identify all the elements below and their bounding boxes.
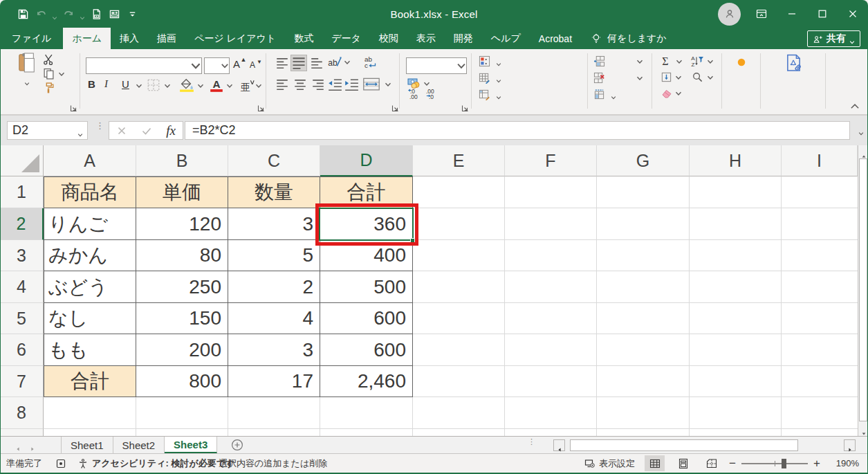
align-center-icon[interactable] bbox=[293, 78, 307, 91]
view-page-layout-button[interactable] bbox=[673, 455, 693, 471]
format-cells-button[interactable] bbox=[593, 89, 616, 100]
tab-file[interactable]: ファイル bbox=[0, 28, 63, 49]
macro-record-button[interactable] bbox=[55, 454, 66, 473]
dec-inc-icon[interactable]: .0.00 bbox=[407, 87, 422, 100]
wrap-icon[interactable]: abc bbox=[364, 55, 379, 69]
ribbon-tab-Acrobat[interactable]: Acrobat bbox=[530, 28, 581, 49]
display-settings-button[interactable]: 表示設定 bbox=[584, 454, 635, 473]
sigma-dropdown-icon[interactable] bbox=[676, 58, 683, 65]
bucket-icon[interactable] bbox=[179, 78, 194, 92]
bold-button[interactable]: B bbox=[88, 78, 95, 90]
column-header-F[interactable]: F bbox=[505, 145, 597, 176]
filldown-dropdown-icon[interactable] bbox=[675, 74, 682, 81]
dialog-launcher-icon[interactable] bbox=[391, 103, 400, 112]
italic-button[interactable]: I bbox=[104, 78, 108, 90]
scissors-icon[interactable] bbox=[43, 54, 55, 66]
worksheet-grid[interactable]: ABCDEFGHI12345678商品名単価数量合計りんご1203360みかん8… bbox=[0, 145, 858, 436]
cell-D4[interactable]: 500 bbox=[320, 271, 413, 303]
share-button[interactable]: 共有 bbox=[807, 30, 860, 47]
money-dropdown-icon[interactable] bbox=[423, 80, 430, 87]
zoom-out-button[interactable]: − bbox=[729, 457, 736, 471]
column-header-H[interactable]: H bbox=[690, 145, 782, 176]
ribbon-display-options-button[interactable] bbox=[746, 0, 777, 28]
ribbon-tab-数式[interactable]: 数式 bbox=[285, 28, 322, 49]
cell-C1[interactable]: 数量 bbox=[228, 176, 320, 208]
name-box[interactable]: D2 bbox=[7, 121, 88, 140]
ribbon-tab-データ[interactable]: データ bbox=[322, 28, 370, 49]
merge-icon[interactable] bbox=[362, 77, 380, 92]
increase-font-button[interactable]: A bbox=[233, 58, 240, 70]
vertical-scrollbar[interactable] bbox=[858, 145, 868, 436]
sheet-nav-left-icon[interactable] bbox=[15, 442, 21, 448]
indent-inc-icon[interactable] bbox=[344, 78, 359, 91]
insert-cells-button[interactable] bbox=[593, 55, 608, 67]
cell-C7[interactable]: 17 bbox=[228, 366, 320, 397]
cell-B2[interactable]: 120 bbox=[136, 208, 228, 240]
format-as-table-button[interactable] bbox=[479, 72, 501, 84]
conditional-formatting-button[interactable] bbox=[479, 55, 501, 67]
sheet-nav-right-icon[interactable] bbox=[30, 442, 35, 448]
zoom-in-button[interactable]: + bbox=[813, 457, 820, 471]
cancel-icon[interactable] bbox=[116, 125, 127, 136]
orient-icon[interactable]: ab bbox=[326, 55, 342, 69]
chevron-down-icon[interactable] bbox=[77, 128, 83, 134]
vertical-scroll-thumb[interactable] bbox=[859, 158, 867, 421]
row-header-5[interactable]: 5 bbox=[0, 303, 44, 334]
delete-cells-button[interactable] bbox=[593, 72, 608, 84]
view-page-break-button[interactable] bbox=[701, 455, 721, 471]
font-name-combo[interactable] bbox=[86, 57, 202, 74]
cell-C4[interactable]: 2 bbox=[228, 271, 320, 303]
enter-icon[interactable] bbox=[141, 125, 152, 136]
close-button[interactable] bbox=[838, 0, 868, 28]
cell-A2[interactable]: りんご bbox=[44, 208, 136, 240]
fontcolor-dropdown-icon[interactable] bbox=[226, 82, 233, 89]
eraser-dropdown-icon[interactable] bbox=[675, 90, 682, 97]
align-middle-button[interactable] bbox=[290, 55, 307, 71]
find-icon[interactable] bbox=[692, 71, 703, 83]
column-header-B[interactable]: B bbox=[136, 145, 228, 176]
scroll-right-button[interactable] bbox=[844, 439, 856, 451]
formula-bar-splitter[interactable]: ⋮ bbox=[95, 124, 104, 128]
ribbon-tab-ヘルプ[interactable]: ヘルプ bbox=[482, 28, 530, 49]
cell-D5[interactable]: 600 bbox=[320, 303, 413, 334]
cell-C6[interactable]: 3 bbox=[228, 334, 320, 366]
column-header-E[interactable]: E bbox=[413, 145, 505, 176]
align-top-icon[interactable] bbox=[275, 56, 289, 70]
ribbon-tab-挿入[interactable]: 挿入 bbox=[111, 28, 148, 49]
align-bottom-icon[interactable] bbox=[310, 56, 324, 70]
ribbon-tab-ページ レイアウト[interactable]: ページ レイアウト bbox=[185, 28, 285, 49]
scroll-left-button[interactable] bbox=[553, 439, 565, 451]
ruby-icon[interactable]: 亜 bbox=[240, 78, 255, 92]
number-format-combo[interactable] bbox=[406, 57, 467, 74]
borders-dropdown-icon[interactable] bbox=[164, 82, 171, 89]
ribbon-tab-表示[interactable]: 表示 bbox=[407, 28, 445, 49]
cell-B5[interactable]: 150 bbox=[136, 303, 228, 334]
row-header-4[interactable]: 4 bbox=[0, 271, 44, 303]
cell-A4[interactable]: ぶどう bbox=[44, 271, 136, 303]
cell-B3[interactable]: 80 bbox=[136, 240, 228, 271]
borders-icon[interactable] bbox=[147, 78, 160, 92]
cell-B7[interactable]: 800 bbox=[136, 366, 228, 397]
ruby-dropdown-icon[interactable] bbox=[255, 82, 262, 89]
new-sheet-button[interactable] bbox=[231, 439, 243, 454]
dec-dec-icon[interactable]: .00.0 bbox=[425, 87, 440, 100]
collapse-ribbon-icon[interactable] bbox=[849, 102, 860, 111]
dialog-launcher-icon[interactable] bbox=[257, 103, 266, 112]
sortfilter-dropdown-icon[interactable] bbox=[707, 58, 714, 65]
decrease-font-button[interactable]: A bbox=[250, 60, 255, 70]
dialog-launcher-icon[interactable] bbox=[69, 103, 78, 112]
orient-dropdown-icon[interactable] bbox=[344, 59, 351, 66]
cell-C3[interactable]: 5 bbox=[228, 240, 320, 271]
zoom-level-button[interactable]: 190% bbox=[827, 454, 859, 473]
delete-dropdown-icon[interactable] bbox=[636, 75, 643, 82]
cell-B4[interactable]: 250 bbox=[136, 271, 228, 303]
cell-A7[interactable]: 合計 bbox=[44, 366, 136, 397]
painter-icon[interactable] bbox=[43, 82, 55, 94]
cell-C5[interactable]: 4 bbox=[228, 303, 320, 334]
ribbon-tab-ホーム[interactable]: ホーム bbox=[63, 28, 111, 49]
merge-dropdown-icon[interactable] bbox=[385, 81, 391, 88]
ribbon-tab-描画[interactable]: 描画 bbox=[148, 28, 185, 49]
formula-bar-expand-icon[interactable] bbox=[858, 127, 864, 132]
underline-dropdown-icon[interactable] bbox=[136, 82, 142, 89]
row-header-2[interactable]: 2 bbox=[0, 208, 44, 240]
